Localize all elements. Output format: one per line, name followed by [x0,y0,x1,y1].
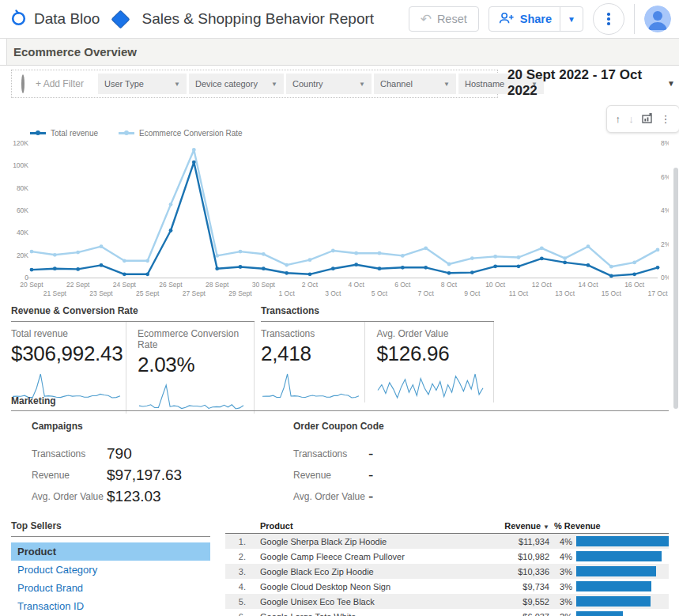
share-dropdown-caret[interactable]: ▼ [560,6,583,32]
svg-text:60K: 60K [17,206,28,214]
marketing-column-title: Order Coupon Code [293,421,534,432]
person-add-icon [499,12,514,27]
share-button[interactable]: Share ▼ [489,6,583,32]
table-row: 5.Google Unisex Eco Tee Black$9,5523% [225,594,669,609]
svg-text:2%: 2% [661,240,669,248]
svg-text:120K: 120K [13,139,28,147]
cell-revenue: $9,552 [473,597,553,607]
cell-product: Google Sherpa Black Zip Hoodie [252,537,473,546]
svg-text:23 Sept: 23 Sept [89,289,113,297]
top-sellers-panel: Top Sellers ProductProduct CategoryProdu… [11,520,210,615]
filter-chip-label: Country [292,79,323,89]
svg-text:20K: 20K [17,251,28,259]
cell-pct-revenue: 3% [553,597,576,607]
filter-chip-channel[interactable]: Channel▼ [374,74,456,94]
dimension-item-transaction-id[interactable]: Transaction ID [11,597,210,615]
metric-value: $123.03 [107,488,161,505]
reset-button[interactable]: ↶ Reset [409,6,479,32]
sort-desc-icon: ▼ [543,523,549,531]
svg-text:9 Oct: 9 Oct [464,289,481,297]
filter-icon[interactable] [21,74,25,93]
metric-row-revenue: Revenue- [293,464,534,486]
page-scrollbar[interactable] [673,168,678,409]
cell-pct-revenue: 2% [553,612,576,616]
revenue-bar [576,581,651,591]
svg-text:6%: 6% [661,173,669,181]
column-header-revenue[interactable]: Revenue▼ [473,521,553,531]
filter-chip-label: Channel [380,79,413,89]
dimension-item-product-brand[interactable]: Product Brand [11,579,210,597]
scorecard-value: $126.96 [376,342,493,366]
add-filter-button[interactable]: + Add Filter [36,78,84,89]
metric-value: - [368,467,373,484]
svg-text:2 Oct: 2 Oct [302,281,319,289]
svg-text:4 Oct: 4 Oct [349,281,365,289]
cell-pct-revenue: 3% [553,582,576,591]
marketing-column-campaigns: CampaignsTransactions790Revenue$97,197.6… [11,411,273,507]
legend-line-icon [30,132,46,134]
column-header-pct-revenue[interactable]: % Revenue [553,521,669,531]
top-app-bar: Data Bloo Sales & Shopping Behavior Repo… [0,0,679,39]
dimension-item-product-category[interactable]: Product Category [11,561,210,579]
filter-chip-label: User Type [104,79,144,89]
cell-revenue: $9,734 [473,582,553,591]
svg-text:100K: 100K [13,161,28,169]
svg-text:25 Sept: 25 Sept [136,289,160,297]
date-range-text: 20 Sept 2022 - 17 Oct 2022 [507,67,667,99]
chart-legend: Total revenueEcommerce Conversion Rate [30,129,243,138]
filter-chips: User Type▼Device category▼Country▼Channe… [98,74,544,94]
filter-bar: + Add Filter User Type▼Device category▼C… [11,70,498,98]
filter-chip-device-category[interactable]: Device category▼ [189,74,284,94]
cell-revenue: $10,336 [473,567,553,576]
svg-text:6 Oct: 6 Oct [394,281,411,289]
svg-text:7 Oct: 7 Oct [418,289,435,297]
cell-revenue: $11,934 [473,537,553,546]
explore-chart-icon[interactable] [642,113,652,125]
svg-text:3 Oct: 3 Oct [325,289,341,297]
svg-text:5 Oct: 5 Oct [372,289,388,297]
cell-revenue: $10,982 [473,552,553,561]
svg-text:10 Oct: 10 Oct [485,281,506,289]
report-diamond-icon [111,9,130,28]
revenue-bar [576,551,662,561]
cell-product: Google Large Tote White [252,612,473,616]
chevron-down-icon: ▼ [271,81,277,88]
more-options-button[interactable] [593,3,624,35]
metric-label: Transactions [32,448,107,459]
svg-text:29 Sept: 29 Sept [228,289,252,297]
cell-bar [576,596,669,607]
row-rank: 2. [225,552,252,561]
cell-bar [576,551,669,561]
svg-text:11 Oct: 11 Oct [509,289,529,297]
topbar-divider [634,4,635,34]
svg-text:24 Sept: 24 Sept [113,281,137,289]
svg-text:16 Oct: 16 Oct [624,281,645,289]
metric-row-avg-order-value: Avg. Order Value- [293,486,534,507]
date-range-control[interactable]: 20 Sept 2022 - 17 Oct 2022 ▼ [507,71,675,95]
dimension-item-product[interactable]: Product [11,542,210,561]
scorecard-label: Ecommerce Conversion Rate [138,328,254,350]
legend-item-ecommerce-conversion-rate: Ecommerce Conversion Rate [119,129,243,138]
move-down-icon[interactable]: ↓ [628,114,634,124]
legend-item-total-revenue: Total revenue [30,129,98,138]
filter-chip-country[interactable]: Country▼ [286,74,372,94]
scorecard-label: Total revenue [11,328,126,339]
marketing-column-order-coupon-code: Order Coupon CodeTransactions-Revenue-Av… [273,411,534,507]
row-rank: 5. [225,597,252,607]
table-row: 4.Google Cloud Desktop Neon Sign$9,7343% [225,579,669,594]
revenue-bar [576,536,669,546]
filter-chip-user-type[interactable]: User Type▼ [98,74,187,94]
scorecard-label: Transactions [261,328,364,339]
move-up-icon[interactable]: ↑ [615,114,621,124]
chevron-down-icon: ▼ [667,79,675,88]
revenue-bar [576,566,656,576]
metric-label: Avg. Order Value [32,491,107,502]
svg-text:15 Oct: 15 Oct [602,289,622,297]
avatar[interactable] [644,6,671,32]
revenue-bar [576,596,651,607]
column-header-product[interactable]: Product [252,521,473,531]
chart-more-options-icon[interactable]: ⋮ [661,114,671,124]
svg-text:4%: 4% [661,206,669,214]
table-row: 6.Google Large Tote White$6,0372% [225,609,669,616]
filter-chip-label: Device category [195,79,258,89]
